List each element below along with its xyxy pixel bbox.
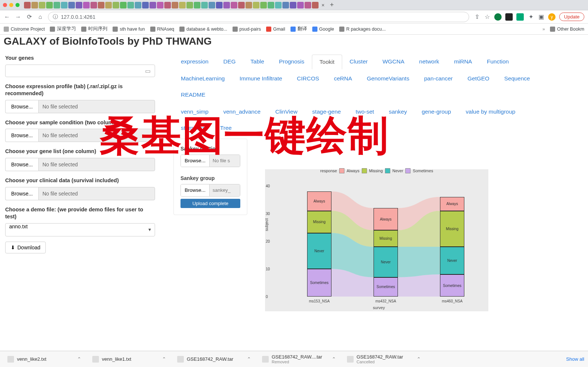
extensions-icon[interactable]: ✦ (527, 14, 534, 20)
star-icon[interactable]: ☆ (484, 14, 491, 20)
bookmark-item[interactable]: 深度学习 (50, 26, 76, 32)
tab-favicon[interactable] (216, 2, 223, 8)
show-all-downloads[interactable]: Show all (566, 356, 584, 362)
tab-pan-cancer[interactable]: pan-cancer (417, 72, 460, 86)
bookmark-item[interactable]: Google (312, 27, 334, 32)
tab-favicon[interactable] (275, 2, 282, 8)
share-icon[interactable]: ⇪ (474, 14, 480, 20)
bookmark-item[interactable]: Gmail (266, 27, 285, 32)
tab-favicon[interactable] (98, 2, 104, 8)
tab-favicon[interactable] (297, 2, 304, 8)
tab-favicon[interactable] (209, 2, 215, 8)
tab-readme[interactable]: README (173, 88, 213, 102)
home-icon[interactable]: ⌂ (37, 14, 44, 20)
chevron-up-icon[interactable]: ⌃ (162, 356, 166, 362)
tab-favicon[interactable] (245, 2, 252, 8)
tab-favicon[interactable] (105, 2, 112, 8)
download-item[interactable]: GSE168742_RAW.tar⌃ (173, 356, 255, 363)
browse-clinical-button[interactable]: Browse... (5, 187, 38, 200)
tab-favicon[interactable] (186, 2, 193, 8)
tab-table[interactable]: Table (243, 55, 272, 69)
demo-select[interactable]: anno.txt (5, 223, 155, 236)
tab-favicon[interactable] (260, 2, 267, 8)
grammarly-ext-icon[interactable] (494, 13, 502, 21)
bookmark-item[interactable]: Cistrome Project (4, 27, 45, 32)
bookmark-item[interactable]: sth have fun (113, 27, 145, 32)
tab-favicon[interactable] (172, 2, 178, 8)
tab-favicon[interactable] (290, 2, 296, 8)
tab-favicon[interactable] (305, 2, 311, 8)
tab-favicon[interactable] (179, 2, 186, 8)
tab-favicon[interactable] (231, 2, 237, 8)
tab-favicon[interactable] (24, 2, 31, 8)
tab-favicon[interactable] (76, 2, 82, 8)
tab-circos[interactable]: CIRCOS (289, 72, 326, 86)
profile-avatar[interactable]: y (548, 13, 556, 21)
tab-cluster[interactable]: Cluster (342, 55, 375, 69)
bookmarks-overflow-icon[interactable]: » (542, 27, 545, 32)
browse-expr-button[interactable]: Browse... (5, 100, 38, 113)
chevron-up-icon[interactable]: ⌃ (417, 356, 421, 362)
tab-favicon[interactable] (223, 2, 230, 8)
bookmark-item[interactable]: psud-pairs (233, 27, 261, 32)
tab-favicon[interactable] (253, 2, 259, 8)
chevron-up-icon[interactable]: ⌃ (77, 356, 81, 362)
tab-wgcna[interactable]: WGCNA (375, 55, 412, 69)
bookmark-item[interactable]: R packages docu... (339, 27, 386, 32)
minimize-window-icon[interactable] (9, 3, 13, 7)
bookmark-item[interactable]: database & webto... (179, 27, 227, 32)
tab-favicon[interactable] (238, 2, 245, 8)
chevron-up-icon[interactable]: ⌃ (332, 356, 336, 362)
tab-expression[interactable]: expression (173, 55, 216, 69)
tab-tookit[interactable]: Tookit (312, 55, 343, 69)
tab-function[interactable]: Function (479, 55, 516, 69)
url-input[interactable]: ⓘ 127.0.0.1:4261 (48, 12, 469, 22)
tab-prognosis[interactable]: Prognosis (272, 55, 312, 69)
download-item[interactable]: venn_like2.txt⌃ (4, 356, 85, 363)
tab-favicon[interactable] (120, 2, 127, 8)
tab-sequence[interactable]: Sequence (497, 72, 537, 86)
ext-icon-2[interactable] (516, 13, 524, 21)
browse-genes-button[interactable]: Browse... (5, 158, 38, 171)
chevron-up-icon[interactable]: ⌃ (247, 356, 251, 362)
tab-favicon[interactable] (90, 2, 97, 8)
your-genes-input[interactable]: ▭ (5, 65, 155, 77)
tab-favicon[interactable] (282, 2, 289, 8)
download-item[interactable]: GSE168742_RAW....tarRemoved⌃ (258, 354, 340, 364)
tab-favicon[interactable] (135, 2, 141, 8)
bookmark-item[interactable]: 时间序列 (81, 26, 107, 32)
download-item[interactable]: GSE168742_RAW.tarCancelled⌃ (343, 354, 424, 364)
download-button[interactable]: ⬇Download (5, 242, 46, 253)
tab-favicon[interactable] (194, 2, 200, 8)
tab-machinelearning[interactable]: MachineLearning (173, 72, 232, 86)
tab-favicon[interactable] (157, 2, 164, 8)
tab-favicon[interactable] (268, 2, 274, 8)
maximize-window-icon[interactable] (16, 3, 20, 7)
tab-favicon[interactable] (312, 2, 319, 8)
tab-getgeo[interactable]: GetGEO (460, 72, 496, 86)
tab-gene-group[interactable]: gene-group (415, 105, 458, 119)
update-button[interactable]: Update (559, 13, 584, 21)
tab-value-by-multigroup[interactable]: value by multigroup (458, 105, 523, 119)
tab-favicon[interactable] (164, 2, 171, 8)
tab-mirna[interactable]: miRNA (447, 55, 479, 69)
other-bookmarks[interactable]: Other Bookm (550, 27, 584, 32)
tab-favicon[interactable] (68, 2, 75, 8)
bookmark-item[interactable]: 翻译 (290, 26, 307, 32)
close-window-icon[interactable] (3, 3, 7, 7)
new-tab-icon[interactable]: + (327, 1, 336, 9)
tab-immune-infiltrate[interactable]: Immune Infiltrate (232, 72, 289, 86)
back-icon[interactable]: ← (4, 14, 10, 20)
tab-favicon[interactable] (142, 2, 149, 8)
tab-favicon[interactable] (54, 2, 60, 8)
forward-icon[interactable]: → (15, 14, 21, 20)
tab-favicon[interactable] (127, 2, 134, 8)
tab-favicon[interactable] (113, 2, 119, 8)
tab-genomevariants[interactable]: GenomeVariants (360, 72, 417, 86)
tab-deg[interactable]: DEG (216, 55, 243, 69)
tab-network[interactable]: network (412, 55, 447, 69)
tab-favicon[interactable] (201, 2, 208, 8)
close-tab-icon[interactable]: × (319, 1, 327, 9)
sidebar-icon[interactable]: ▣ (538, 14, 544, 20)
browse-group-button[interactable]: Browse... (181, 184, 210, 196)
